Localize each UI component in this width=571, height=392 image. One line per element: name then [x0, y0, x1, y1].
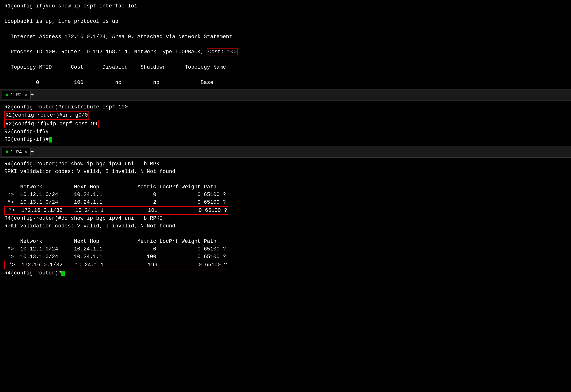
- tab-bar-r4: 1 R4 ✕ +: [0, 146, 571, 158]
- terminal-1: R1(config-if)#do show ip ospf interfac l…: [0, 0, 571, 89]
- tab-r2-dot: [5, 94, 8, 96]
- t3-b2-row3-highlighted: *> 172.16.0.1/32 10.24.1.1 199 0 65100 ?: [4, 261, 228, 269]
- tab-r2[interactable]: 1 R2 ✕: [2, 91, 31, 99]
- t1-line3: Internet Address 172.16.0.1/24, Area 0, …: [4, 33, 567, 41]
- tab-r4-add[interactable]: +: [31, 149, 34, 155]
- t2-line4: R2(config-if)#: [4, 129, 49, 135]
- t2-line2-highlighted: R2(config-router)#int g0/0: [4, 111, 89, 120]
- t3-b1-header: Network Next Hop Metric LocPrf Weight Pa…: [4, 184, 216, 190]
- t1-line4: Process ID 100, Router ID 192.168.1.1, N…: [4, 48, 567, 56]
- cost-highlight: Cost: 100: [207, 48, 238, 55]
- terminal-1-content: R1(config-if)#do show ip ospf interfac l…: [4, 2, 567, 87]
- t3-b1-row3-highlighted: *> 172.16.0.1/32 10.24.1.1 101 0 65100 ?: [4, 206, 228, 215]
- tab-r4-label: 1 R4: [10, 149, 22, 155]
- tab-r2-close[interactable]: ✕: [25, 93, 27, 97]
- tab-r4-close[interactable]: ✕: [25, 149, 27, 154]
- t1-line6: 0 100 no no Base: [4, 79, 567, 87]
- terminal-3-content: R4(config-router)#do show ip bgp ipv4 un…: [4, 160, 567, 277]
- t3-b2-cmd1: R4(config-router)#do show ip bgp ipv4 un…: [4, 216, 163, 221]
- t3-prompt-end: R4(config-router)#: [4, 270, 65, 276]
- terminal-3: R4(config-router)#do show ip bgp ipv4 un…: [0, 158, 571, 279]
- t3-b1-row2: *> 10.13.1.0/24 10.24.1.1 2 0 65100 ?: [4, 199, 226, 205]
- t2-cursor: [49, 137, 52, 143]
- t3-b1-cmd2: RPKI validation codes: V valid, I invali…: [4, 169, 175, 175]
- t1-line2: Loopback1 is up, line protocol is up: [4, 18, 567, 25]
- t2-line3-highlighted: R2(config-if)#ip ospf cost 99: [4, 120, 99, 128]
- t3-b2-header: Network Next Hop Metric LocPrf Weight Pa…: [4, 238, 216, 245]
- t3-cursor: [61, 271, 65, 276]
- tab-r4[interactable]: 1 R4 ✕: [2, 148, 31, 156]
- t1-line1: R1(config-if)#do show ip ospf interfac l…: [4, 2, 567, 10]
- t3-b1-row1: *> 10.12.1.0/24 10.24.1.1 0 0 65100 ?: [4, 192, 226, 198]
- t1-line5: Topology-MTID Cost Disabled Shutdown Top…: [4, 64, 567, 71]
- t2-line1: R2(config-router)#redistribute ospf 100: [4, 104, 128, 110]
- tab-r2-add[interactable]: +: [31, 92, 34, 98]
- t3-b2-row1: *> 10.12.1.0/24 10.24.1.1 0 0 65100 ?: [4, 246, 226, 252]
- terminal-2-content: R2(config-router)#redistribute ospf 100 …: [4, 103, 567, 144]
- terminal-2: R2(config-router)#redistribute ospf 100 …: [0, 101, 571, 146]
- tab-r2-label: 1 R2: [10, 92, 22, 98]
- tab-bar-r2: 1 R2 ✕ +: [0, 89, 571, 101]
- tab-r4-dot: [5, 150, 8, 153]
- t3-b2-row2: *> 10.13.1.0/24 10.24.1.1 100 0 65100 ?: [4, 254, 226, 260]
- t3-b1-cmd1: R4(config-router)#do show ip bgp ipv4 un…: [4, 161, 163, 167]
- t3-b2-cmd2: RPKI validation codes: V valid, I invali…: [4, 223, 175, 229]
- t2-line5: R2(config-if)#: [4, 136, 52, 143]
